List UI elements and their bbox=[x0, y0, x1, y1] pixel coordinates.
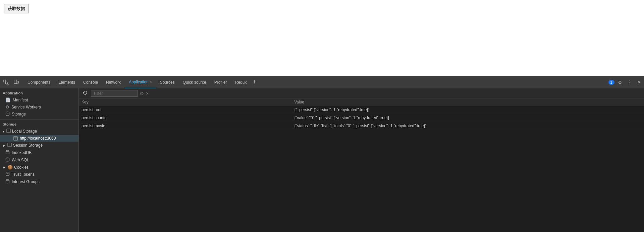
sidebar-item-manifest[interactable]: 📄 Manifest bbox=[0, 96, 78, 103]
tab-network[interactable]: Network bbox=[102, 76, 125, 88]
sidebar-item-storage[interactable]: Storage bbox=[0, 110, 78, 118]
svg-point-22 bbox=[6, 179, 9, 181]
tab-bar: Components Elements Console Network Appl… bbox=[0, 76, 644, 88]
svg-point-20 bbox=[6, 158, 9, 159]
table-row[interactable]: persist:movie {"status":"idle","list":[]… bbox=[79, 122, 644, 130]
svg-point-6 bbox=[629, 80, 630, 81]
cell-value-2: {"status":"idle","list":[],"totals":"0",… bbox=[294, 124, 641, 129]
device-toggle-button[interactable] bbox=[11, 78, 21, 86]
svg-rect-10 bbox=[7, 129, 10, 133]
add-tab-button[interactable]: + bbox=[251, 77, 258, 87]
cookies-icon: 🍪 bbox=[7, 165, 13, 170]
sidebar-group-local-storage[interactable]: ▾ Local Storage bbox=[0, 128, 78, 135]
devtools-body: Application 📄 Manifest ⚙ Service Workers… bbox=[0, 88, 644, 232]
table-row[interactable]: persist:root {"_persist":{"version":-1,"… bbox=[79, 106, 644, 114]
sidebar: Application 📄 Manifest ⚙ Service Workers… bbox=[0, 88, 79, 232]
sidebar-item-web-sql[interactable]: Web SQL bbox=[0, 156, 78, 164]
sidebar-subitem-localhost[interactable]: http://localhost:3060 bbox=[0, 135, 78, 142]
settings-button[interactable]: ⚙ bbox=[616, 78, 624, 86]
tab-sources[interactable]: Sources bbox=[156, 76, 179, 88]
tab-profiler[interactable]: Profiler bbox=[210, 76, 231, 88]
storage-toolbar: ⊘ × bbox=[79, 88, 644, 98]
cell-value-0: {"_persist":{"version":-1,"rehydrated":t… bbox=[294, 107, 641, 112]
manifest-icon: 📄 bbox=[5, 97, 11, 102]
svg-rect-16 bbox=[8, 143, 11, 147]
tab-bar-left-icons bbox=[1, 78, 21, 86]
svg-rect-4 bbox=[17, 81, 18, 83]
svg-rect-0 bbox=[4, 80, 6, 82]
application-section-title: Application bbox=[0, 90, 78, 96]
col-header-key: Key bbox=[82, 100, 294, 104]
trust-tokens-icon bbox=[5, 172, 10, 177]
tab-application[interactable]: Application × bbox=[125, 76, 156, 88]
devtools-panel: Components Elements Console Network Appl… bbox=[0, 76, 644, 232]
sidebar-item-interest-groups[interactable]: Interest Groups bbox=[0, 178, 78, 185]
session-storage-chevron: ▶ bbox=[3, 144, 5, 147]
local-storage-chevron: ▾ bbox=[3, 130, 4, 133]
interest-groups-icon bbox=[5, 179, 10, 184]
col-header-value: Value bbox=[294, 100, 641, 104]
data-table: Key Value persist:root {"_persist":{"ver… bbox=[79, 98, 644, 232]
svg-point-8 bbox=[629, 83, 630, 84]
issues-badge[interactable]: 1 bbox=[608, 80, 614, 85]
sidebar-item-service-workers[interactable]: ⚙ Service Workers bbox=[0, 103, 78, 110]
cell-value-1: {"value":"0","_persist":{"version":-1,"r… bbox=[294, 115, 641, 121]
webpage-area: 获取数据 bbox=[0, 0, 644, 76]
table-header: Key Value bbox=[79, 98, 644, 106]
service-workers-icon: ⚙ bbox=[5, 104, 9, 109]
clear-filter-button[interactable]: ⊘ bbox=[140, 91, 144, 96]
svg-rect-13 bbox=[14, 137, 17, 140]
session-storage-icon bbox=[7, 143, 12, 148]
svg-point-21 bbox=[6, 172, 9, 173]
indexeddb-icon bbox=[5, 150, 10, 155]
tab-redux[interactable]: Redux bbox=[231, 76, 251, 88]
close-filter-button[interactable]: × bbox=[146, 91, 149, 96]
storage-icon bbox=[5, 111, 10, 117]
inspect-icon-button[interactable] bbox=[1, 78, 11, 86]
fetch-data-button[interactable]: 获取数据 bbox=[4, 4, 29, 13]
main-panel: ⊘ × Key Value persist:root {"_persist":{… bbox=[79, 88, 644, 232]
storage-section-title: Storage bbox=[0, 121, 78, 128]
close-devtools-button[interactable]: × bbox=[636, 78, 643, 87]
tab-components[interactable]: Components bbox=[23, 76, 54, 88]
sidebar-group-cookies[interactable]: ▶ 🍪 Cookies bbox=[0, 164, 78, 171]
refresh-button[interactable] bbox=[82, 90, 89, 97]
customize-button[interactable] bbox=[626, 79, 634, 86]
tab-elements[interactable]: Elements bbox=[54, 76, 79, 88]
cell-key-0: persist:root bbox=[82, 107, 294, 112]
local-storage-icon bbox=[6, 129, 11, 134]
filter-input[interactable] bbox=[91, 90, 138, 97]
sidebar-item-indexeddb[interactable]: IndexedDB bbox=[0, 149, 78, 156]
sidebar-group-session-storage[interactable]: ▶ Session Storage bbox=[0, 142, 78, 149]
svg-point-19 bbox=[6, 150, 9, 152]
table-row[interactable]: persist:counter {"value":"0","_persist":… bbox=[79, 114, 644, 122]
cell-key-2: persist:movie bbox=[82, 124, 294, 129]
tab-console[interactable]: Console bbox=[79, 76, 102, 88]
tab-bar-right-icons: 1 ⚙ × bbox=[608, 78, 643, 87]
sidebar-item-trust-tokens[interactable]: Trust Tokens bbox=[0, 171, 78, 178]
svg-point-7 bbox=[629, 82, 630, 82]
web-sql-icon bbox=[5, 157, 10, 163]
close-tab-application[interactable]: × bbox=[150, 80, 152, 84]
cell-key-1: persist:counter bbox=[82, 115, 294, 121]
sidebar-divider bbox=[0, 119, 78, 120]
svg-point-9 bbox=[6, 112, 9, 113]
cookies-chevron: ▶ bbox=[3, 165, 5, 169]
tab-quick-source[interactable]: Quick source bbox=[179, 76, 210, 88]
local-storage-sub-icon bbox=[13, 136, 18, 141]
